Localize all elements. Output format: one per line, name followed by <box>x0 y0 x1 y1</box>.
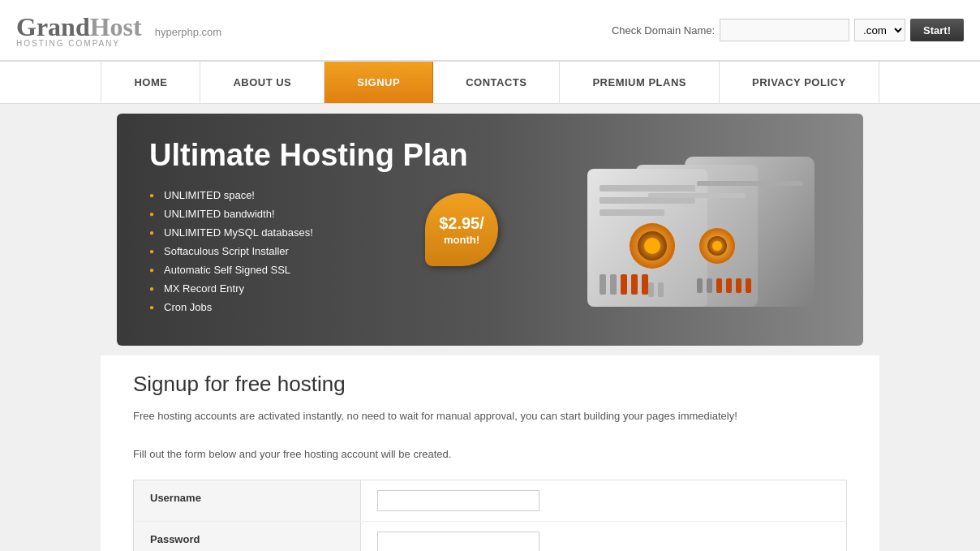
price-badge: $2.95/ month! <box>425 193 498 266</box>
password-row: Password <box>134 522 846 551</box>
logo-text: GrandHost <box>16 12 148 41</box>
nav-item-home[interactable]: HOME <box>101 62 200 103</box>
nav-item-signup[interactable]: SIGNUP <box>325 62 433 103</box>
banner-features-list: UNLIMITED space! UNLIMITED bandwidth! UN… <box>149 189 555 313</box>
svg-rect-10 <box>610 274 617 295</box>
svg-rect-4 <box>600 197 695 204</box>
svg-rect-11 <box>621 274 627 295</box>
feature-4: Softaculous Script Installer <box>149 245 555 257</box>
feature-7: Cron Jobs <box>149 301 555 313</box>
password-input[interactable] <box>377 532 539 551</box>
feature-1: UNLIMITED space! <box>149 189 555 201</box>
signup-section: Signup for free hosting Free hosting acc… <box>117 355 863 551</box>
banner-heading: Ultimate Hosting Plan <box>149 138 555 173</box>
signup-form: Username Password <box>133 480 847 551</box>
svg-rect-19 <box>658 282 664 297</box>
domain-url: hyperphp.com <box>155 26 221 38</box>
logo-area: GrandHost hyperphp.com HOSTING COMPANY <box>16 12 221 48</box>
svg-rect-24 <box>726 278 732 293</box>
logo-subtitle: HOSTING COMPANY <box>16 39 221 48</box>
signup-description-1: Free hosting accounts are activated inst… <box>133 408 847 425</box>
svg-rect-26 <box>746 278 751 293</box>
svg-rect-18 <box>648 282 654 297</box>
server-svg <box>555 140 831 319</box>
nav-link-signup[interactable]: SIGNUP <box>325 62 433 103</box>
navigation: HOME ABOUT US SIGNUP CONTACTS PREMIUM PL… <box>0 61 980 104</box>
price-period: month! <box>444 234 479 248</box>
svg-point-17 <box>712 241 722 251</box>
nav-item-about[interactable]: ABOUT US <box>200 62 325 103</box>
username-label: Username <box>134 480 361 521</box>
password-label: Password <box>134 522 361 551</box>
svg-rect-14 <box>648 193 746 198</box>
domain-extension-select[interactable]: .com .net .org <box>854 19 905 41</box>
svg-rect-25 <box>736 278 741 293</box>
svg-rect-23 <box>716 278 722 293</box>
svg-rect-12 <box>631 274 638 295</box>
svg-rect-22 <box>707 278 712 293</box>
nav-list: HOME ABOUT US SIGNUP CONTACTS PREMIUM PL… <box>0 62 980 103</box>
username-row: Username <box>134 480 846 522</box>
nav-link-about[interactable]: ABOUT US <box>200 62 325 103</box>
signup-description-2: Fill out the form below and your free ho… <box>133 446 847 463</box>
feature-5: Automatic Self Signed SSL <box>149 264 555 276</box>
domain-input[interactable] <box>720 19 849 41</box>
signup-heading: Signup for free hosting <box>133 372 847 397</box>
svg-rect-13 <box>642 274 648 295</box>
nav-link-contacts[interactable]: CONTACTS <box>433 62 560 103</box>
nav-link-home[interactable]: HOME <box>101 62 200 103</box>
price-amount: $2.95/ <box>439 213 484 234</box>
svg-rect-9 <box>600 274 606 295</box>
username-field-area <box>361 480 846 521</box>
password-field-area <box>361 522 846 551</box>
domain-check-area: Check Domain Name: .com .net .org Start! <box>612 19 964 41</box>
svg-rect-5 <box>600 209 664 216</box>
hero-banner: Ultimate Hosting Plan UNLIMITED space! U… <box>117 114 863 346</box>
svg-rect-20 <box>697 181 802 186</box>
nav-link-privacy[interactable]: PRIVACY POLICY <box>720 62 879 103</box>
svg-point-8 <box>644 238 660 254</box>
nav-item-privacy[interactable]: PRIVACY POLICY <box>720 62 879 103</box>
nav-item-premium[interactable]: PREMIUM PLANS <box>560 62 720 103</box>
username-input[interactable] <box>377 490 539 511</box>
svg-rect-3 <box>600 185 695 192</box>
nav-item-contacts[interactable]: CONTACTS <box>433 62 560 103</box>
start-button[interactable]: Start! <box>910 19 964 41</box>
svg-rect-21 <box>697 278 703 293</box>
domain-check-label: Check Domain Name: <box>612 24 715 37</box>
banner-server-image <box>555 140 831 319</box>
header: GrandHost hyperphp.com HOSTING COMPANY C… <box>0 0 980 61</box>
feature-6: MX Record Entry <box>149 282 555 295</box>
nav-link-premium[interactable]: PREMIUM PLANS <box>560 62 720 103</box>
